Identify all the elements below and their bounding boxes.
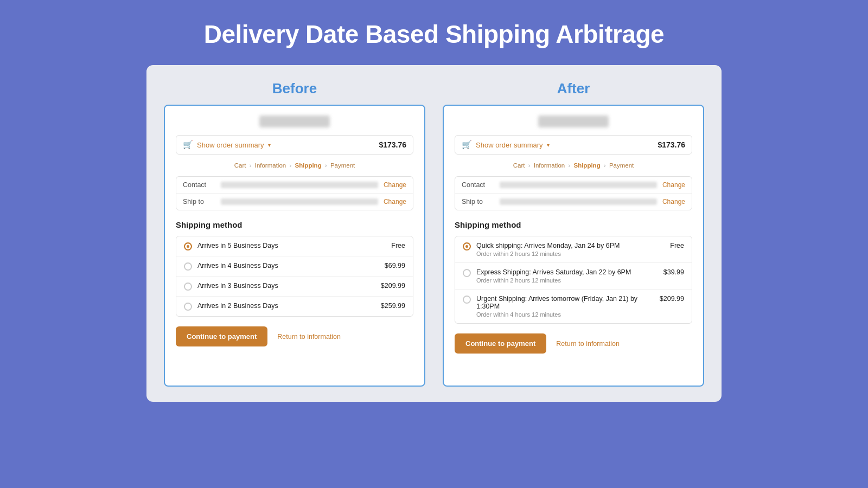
crumb-cart: Cart: [234, 162, 246, 169]
before-radio-3[interactable]: [184, 282, 192, 291]
after-cart-icon: 🛒: [462, 140, 472, 150]
after-contact-change[interactable]: Change: [662, 181, 685, 189]
after-crumb-payment: Payment: [609, 162, 634, 169]
after-option-2-label: Express Shipping: Arrives Saturday, Jan …: [476, 268, 663, 276]
before-shipto-label: Ship to: [183, 198, 215, 206]
before-label: Before: [272, 80, 317, 97]
before-logo-blur: [259, 115, 330, 127]
after-contact-row: Contact Change: [455, 177, 692, 194]
after-shipping-options: Quick shipping: Arrives Monday, Jan 24 b…: [455, 236, 692, 324]
before-order-price: $173.76: [379, 140, 406, 149]
after-shipto-row: Ship to Change: [455, 194, 692, 210]
before-shipto-value: [221, 198, 378, 205]
after-return-button[interactable]: Return to information: [556, 340, 620, 348]
before-option-3[interactable]: Arrives in 3 Business Days $209.99: [176, 277, 413, 297]
after-radio-3[interactable]: [463, 296, 471, 304]
after-option-3-sub: Order within 4 hours 12 minutes: [476, 311, 660, 318]
after-logo-blur: [538, 115, 609, 127]
before-option-1-label: Arrives in 5 Business Days: [197, 242, 391, 249]
before-option-1[interactable]: Arrives in 5 Business Days Free: [176, 236, 413, 256]
before-panel: Before 🛒 Show order summary ▾ $173.76 Ca…: [164, 80, 425, 387]
after-order-price: $173.76: [658, 140, 685, 149]
before-option-1-price: Free: [391, 242, 405, 249]
before-continue-button[interactable]: Continue to payment: [176, 326, 267, 346]
after-order-summary-left: 🛒 Show order summary ▾: [462, 140, 550, 150]
before-shipping-options: Arrives in 5 Business Days Free Arrives …: [176, 236, 413, 317]
after-option-2-price: $39.99: [663, 268, 684, 276]
after-shipto-value: [500, 198, 657, 205]
after-option-3-price: $209.99: [660, 295, 684, 303]
after-shipping-method-title: Shipping method: [455, 220, 692, 229]
cart-icon: 🛒: [183, 140, 193, 150]
before-option-1-content: Arrives in 5 Business Days: [197, 242, 391, 249]
after-info-table: Contact Change Ship to Change: [455, 176, 692, 210]
page-title: Delivery Date Based Shipping Arbitrage: [204, 20, 664, 49]
before-option-3-content: Arrives in 3 Business Days: [197, 282, 381, 290]
before-radio-2[interactable]: [184, 262, 192, 271]
after-label: After: [557, 80, 590, 97]
after-logo-area: [455, 115, 692, 127]
after-option-3-content: Urgent Shipping: Arrives tomorrow (Frida…: [476, 295, 660, 318]
after-option-1-label: Quick shipping: Arrives Monday, Jan 24 b…: [476, 242, 670, 249]
before-actions-row: Continue to payment Return to informatio…: [176, 326, 413, 346]
after-breadcrumb: Cart › Information › Shipping › Payment: [455, 162, 692, 169]
after-order-summary-text: Show order summary: [476, 141, 543, 149]
before-order-summary-text: Show order summary: [197, 141, 264, 149]
before-breadcrumb: Cart › Information › Shipping › Payment: [176, 162, 413, 169]
before-info-table: Contact Change Ship to Change: [176, 176, 413, 210]
crumb-shipping-active: Shipping: [295, 162, 321, 169]
after-checkout-card: 🛒 Show order summary ▾ $173.76 Cart › In…: [443, 105, 704, 387]
before-contact-label: Contact: [183, 181, 215, 189]
crumb-information: Information: [255, 162, 286, 169]
after-contact-label: Contact: [462, 181, 494, 189]
after-crumb-shipping-active: Shipping: [573, 162, 600, 169]
before-option-2[interactable]: Arrives in 4 Business Days $69.99: [176, 256, 413, 277]
before-shipto-row: Ship to Change: [176, 194, 413, 210]
after-crumb-cart: Cart: [513, 162, 525, 169]
before-option-2-content: Arrives in 4 Business Days: [197, 262, 385, 269]
after-shipto-label: Ship to: [462, 198, 494, 206]
before-checkout-card: 🛒 Show order summary ▾ $173.76 Cart › In…: [164, 105, 425, 387]
before-shipto-change[interactable]: Change: [384, 198, 406, 206]
before-contact-change[interactable]: Change: [384, 181, 406, 189]
before-contact-value: [221, 182, 378, 188]
after-shipto-change[interactable]: Change: [662, 198, 685, 206]
before-option-4-label: Arrives in 2 Business Days: [197, 302, 381, 310]
before-radio-4[interactable]: [184, 303, 192, 311]
before-shipping-method-title: Shipping method: [176, 220, 413, 229]
before-order-summary-left: 🛒 Show order summary ▾: [183, 140, 271, 150]
before-radio-1[interactable]: [184, 242, 192, 251]
chevron-icon: ▾: [268, 142, 271, 148]
after-option-1-price: Free: [670, 242, 684, 249]
after-option-3[interactable]: Urgent Shipping: Arrives tomorrow (Frida…: [455, 290, 692, 323]
after-option-1[interactable]: Quick shipping: Arrives Monday, Jan 24 b…: [455, 236, 692, 263]
after-radio-1[interactable]: [463, 242, 471, 251]
comparison-container: Before 🛒 Show order summary ▾ $173.76 Ca…: [146, 65, 722, 402]
before-option-4[interactable]: Arrives in 2 Business Days $259.99: [176, 297, 413, 316]
after-option-2-content: Express Shipping: Arrives Saturday, Jan …: [476, 268, 663, 284]
after-order-summary-row[interactable]: 🛒 Show order summary ▾ $173.76: [455, 135, 692, 155]
after-crumb-information: Information: [534, 162, 565, 169]
after-panel: After 🛒 Show order summary ▾ $173.76 Car…: [443, 80, 704, 387]
before-logo-area: [176, 115, 413, 127]
after-option-1-sub: Order within 2 hours 12 minutes: [476, 251, 670, 257]
before-option-4-content: Arrives in 2 Business Days: [197, 302, 381, 310]
before-contact-row: Contact Change: [176, 177, 413, 194]
before-return-button[interactable]: Return to information: [277, 333, 341, 341]
after-continue-button[interactable]: Continue to payment: [455, 333, 546, 354]
after-chevron-icon: ▾: [547, 142, 550, 148]
crumb-payment: Payment: [330, 162, 355, 169]
before-option-3-price: $209.99: [381, 282, 405, 290]
before-option-4-price: $259.99: [381, 302, 405, 310]
before-option-3-label: Arrives in 3 Business Days: [197, 282, 381, 290]
before-option-2-label: Arrives in 4 Business Days: [197, 262, 385, 269]
after-contact-value: [500, 182, 657, 188]
before-option-2-price: $69.99: [385, 262, 405, 269]
after-option-2[interactable]: Express Shipping: Arrives Saturday, Jan …: [455, 263, 692, 290]
after-radio-2[interactable]: [463, 269, 471, 277]
after-option-1-content: Quick shipping: Arrives Monday, Jan 24 b…: [476, 242, 670, 257]
after-option-3-label: Urgent Shipping: Arrives tomorrow (Frida…: [476, 295, 660, 310]
before-order-summary-row[interactable]: 🛒 Show order summary ▾ $173.76: [176, 135, 413, 155]
after-option-2-sub: Order within 2 hours 12 minutes: [476, 277, 663, 284]
after-actions-row: Continue to payment Return to informatio…: [455, 333, 692, 354]
